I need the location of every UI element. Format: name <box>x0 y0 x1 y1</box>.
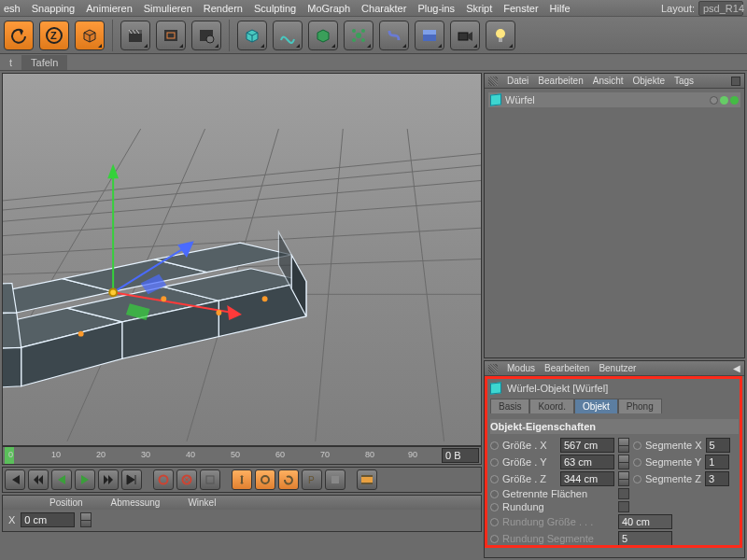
svg-point-10 <box>361 29 365 33</box>
grip-icon[interactable] <box>12 498 21 508</box>
rounding-seg-field: 5 <box>618 531 672 546</box>
tab-basis[interactable]: Basis <box>490 399 529 413</box>
menu-item[interactable]: Tags <box>674 76 694 86</box>
seg-x-field[interactable]: 5 <box>706 438 730 453</box>
menu-item[interactable]: Rendern <box>204 3 243 14</box>
seg-y-field[interactable]: 1 <box>705 455 729 469</box>
svg-rect-14 <box>423 30 436 35</box>
visibility-dots[interactable] <box>710 96 739 105</box>
param-key-button[interactable]: P <box>302 469 322 490</box>
menu-item[interactable]: esh <box>4 3 21 14</box>
menu-item[interactable]: MoGraph <box>307 3 350 14</box>
menu-item[interactable]: Modus <box>507 363 535 373</box>
size-z-field[interactable]: 344 cm <box>560 471 614 486</box>
size-y-field[interactable]: 63 cm <box>560 455 614 469</box>
tab-objekt[interactable]: Objekt <box>574 399 618 413</box>
attribute-title-text: Würfel-Objekt [Würfel] <box>507 383 608 394</box>
tab-koord[interactable]: Koord. <box>529 399 573 413</box>
scale-key-button[interactable] <box>255 469 275 490</box>
menu-item[interactable]: Plug-ins <box>417 3 455 14</box>
viewport-3d[interactable] <box>2 73 482 446</box>
panel-options-icon[interactable] <box>731 77 740 86</box>
svg-point-9 <box>352 29 356 33</box>
deformer-tool-button[interactable] <box>379 21 409 50</box>
film-strip-button[interactable] <box>357 469 377 490</box>
anim-dot-icon[interactable] <box>490 490 499 498</box>
current-frame-field[interactable]: 0 B <box>442 448 479 463</box>
menu-item[interactable]: Objekte <box>633 76 665 86</box>
size-x-field[interactable]: 567 cm <box>560 438 614 453</box>
anim-dot-icon[interactable] <box>490 503 499 511</box>
menu-item[interactable]: Sculpting <box>254 3 296 14</box>
menu-item[interactable]: Benutzer <box>599 363 636 373</box>
play-back-button[interactable] <box>51 469 72 490</box>
play-button[interactable] <box>75 469 95 490</box>
object-tree[interactable]: Würfel <box>485 89 744 357</box>
rotate-key-button[interactable] <box>278 469 299 490</box>
goto-end-button[interactable] <box>121 469 142 490</box>
position-x-field[interactable]: 0 cm <box>21 512 75 527</box>
viewport-tab[interactable]: t <box>0 55 21 70</box>
menu-item[interactable]: Bearbeiten <box>544 363 589 373</box>
timeline-ruler[interactable]: 0 10 20 30 40 50 60 70 80 90 0 B <box>2 446 482 465</box>
light-tool-button[interactable] <box>486 21 515 50</box>
anim-dot-icon[interactable] <box>490 475 499 483</box>
stepper[interactable] <box>618 471 629 486</box>
camera-tool-button[interactable] <box>450 21 480 50</box>
tick-label: 30 <box>141 450 150 459</box>
menu-item[interactable]: Hilfe <box>550 3 571 14</box>
cube-primitive-button[interactable] <box>75 21 105 50</box>
menu-item[interactable]: Snapping <box>32 3 76 14</box>
anim-dot-icon[interactable] <box>490 441 499 450</box>
render-region-button[interactable] <box>156 21 186 50</box>
anim-dot-icon[interactable] <box>490 458 499 467</box>
object-tree-item[interactable]: Würfel <box>488 92 740 107</box>
clapboard-button[interactable] <box>120 21 150 50</box>
anim-dot-icon[interactable] <box>633 475 641 483</box>
menu-item[interactable]: Fenster <box>503 3 538 14</box>
tick-label: 90 <box>408 450 417 459</box>
menu-item[interactable]: Ansicht <box>593 76 624 86</box>
svg-point-7 <box>206 35 214 43</box>
goto-start-button[interactable] <box>5 469 25 490</box>
tick-label: 60 <box>275 450 285 459</box>
rounding-checkbox[interactable] <box>618 501 629 512</box>
undo-button[interactable] <box>4 21 34 50</box>
anim-dot-icon[interactable] <box>633 458 641 467</box>
menu-item[interactable]: Charakter <box>361 3 406 14</box>
seg-z-field[interactable]: 3 <box>705 471 729 486</box>
menu-item[interactable]: Simulieren <box>144 3 192 14</box>
grip-icon[interactable] <box>488 364 498 373</box>
menu-item[interactable]: Animieren <box>86 3 133 14</box>
prev-key-button[interactable] <box>28 469 49 490</box>
menu-item[interactable]: Bearbeiten <box>538 76 583 86</box>
autokey-button[interactable] <box>176 469 197 490</box>
pla-key-button[interactable] <box>325 469 345 490</box>
svg-line-28 <box>316 129 344 441</box>
tab-phong[interactable]: Phong <box>618 399 662 413</box>
stepper[interactable] <box>618 438 629 453</box>
tick-label: 50 <box>231 450 240 459</box>
nurbs-tool-button[interactable] <box>308 21 338 50</box>
nav-back-icon[interactable]: ◀ <box>733 363 740 373</box>
next-key-button[interactable] <box>98 469 119 490</box>
grip-icon[interactable] <box>488 77 498 86</box>
cube-tool-button[interactable] <box>237 21 267 50</box>
move-key-button[interactable] <box>232 469 252 490</box>
stepper[interactable] <box>618 455 629 469</box>
anim-dot-icon[interactable] <box>633 441 641 450</box>
render-settings-button[interactable] <box>191 21 221 50</box>
viewport-tab[interactable]: Tafeln <box>21 55 67 70</box>
environment-tool-button[interactable] <box>415 21 444 50</box>
separate-faces-checkbox[interactable] <box>618 488 629 499</box>
menu-item[interactable]: Skript <box>466 3 492 14</box>
generator-tool-button[interactable] <box>344 21 374 50</box>
stepper[interactable] <box>80 512 92 527</box>
keyframe-options-button[interactable] <box>200 469 220 490</box>
object-manager-menu: Datei Bearbeiten Ansicht Objekte Tags <box>485 74 744 89</box>
record-button[interactable] <box>153 469 174 490</box>
axis-z-button[interactable]: Z <box>39 21 69 50</box>
layout-field[interactable]: psd_R14 <box>698 1 743 16</box>
spline-tool-button[interactable] <box>273 21 303 50</box>
menu-item[interactable]: Datei <box>507 76 529 86</box>
